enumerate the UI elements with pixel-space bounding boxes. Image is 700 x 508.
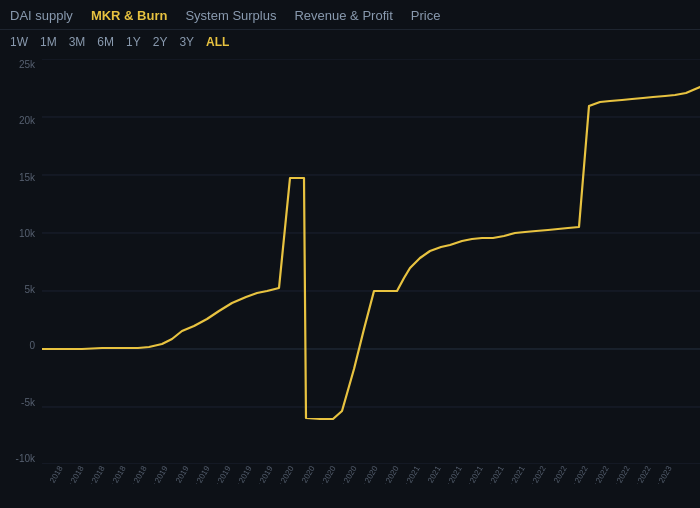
- time-1w[interactable]: 1W: [10, 35, 28, 49]
- y-label-10k: 10k: [0, 228, 40, 239]
- tab-mkr-burn[interactable]: MKR & Burn: [91, 6, 168, 25]
- time-filters: 1W 1M 3M 6M 1Y 2Y 3Y ALL: [0, 30, 700, 54]
- x-axis: January 2018 March 2018 May 2018 July 20…: [42, 464, 700, 484]
- time-6m[interactable]: 6M: [97, 35, 114, 49]
- x-label-jul20: July 2020: [334, 464, 359, 484]
- x-label-may21: May 2021: [438, 464, 464, 484]
- y-label-neg5k: -5k: [0, 397, 40, 408]
- time-1y[interactable]: 1Y: [126, 35, 141, 49]
- y-label-0: 0: [0, 340, 40, 351]
- time-3y[interactable]: 3Y: [179, 35, 194, 49]
- time-1m[interactable]: 1M: [40, 35, 57, 49]
- time-2y[interactable]: 2Y: [153, 35, 168, 49]
- x-label-may22: May 2022: [564, 464, 590, 484]
- x-label-may18: May 2018: [60, 464, 86, 484]
- chart-svg: [42, 59, 700, 464]
- y-axis: 25k 20k 15k 10k 5k 0 -5k -10k: [0, 54, 40, 484]
- chart-line: [42, 87, 700, 419]
- y-label-5k: 5k: [0, 284, 40, 295]
- x-label-may20: May 2020: [312, 464, 338, 484]
- chart-area: 25k 20k 15k 10k 5k 0 -5k -10k January 20…: [0, 54, 700, 484]
- x-label-jul22: July 2022: [586, 464, 611, 484]
- y-label-15k: 15k: [0, 172, 40, 183]
- tab-system-surplus[interactable]: System Surplus: [185, 6, 276, 25]
- tab-dai-supply[interactable]: DAI supply: [10, 6, 73, 25]
- time-3m[interactable]: 3M: [69, 35, 86, 49]
- time-all[interactable]: ALL: [206, 35, 229, 49]
- y-label-20k: 20k: [0, 115, 40, 126]
- tab-price[interactable]: Price: [411, 6, 441, 25]
- nav-tabs: DAI supply MKR & Burn System Surplus Rev…: [0, 0, 700, 30]
- y-label-25k: 25k: [0, 59, 40, 70]
- x-label-jul18: July 2018: [82, 464, 107, 484]
- x-label-jul21: July 2021: [460, 464, 485, 484]
- x-label-jul19: July 2019: [208, 464, 233, 484]
- y-label-neg10k: -10k: [0, 453, 40, 464]
- x-label-mar18: March 2018: [42, 464, 65, 484]
- x-label-jan18: January 2018: [42, 464, 44, 484]
- x-label-may19: May 2019: [186, 464, 212, 484]
- tab-revenue-profit[interactable]: Revenue & Profit: [294, 6, 392, 25]
